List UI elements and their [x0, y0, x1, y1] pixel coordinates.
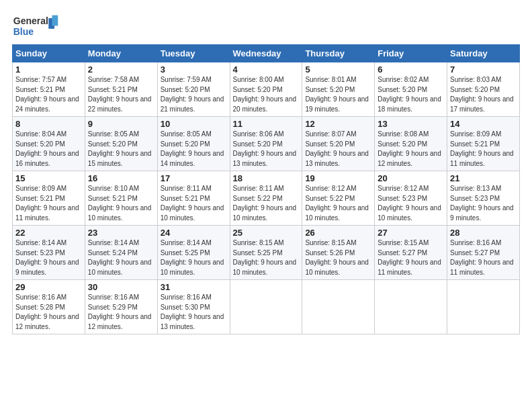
svg-text:Blue: Blue	[13, 26, 34, 37]
calendar-header-sunday: Sunday	[13, 45, 85, 62]
calendar-cell	[447, 280, 520, 334]
day-number: 25	[233, 228, 300, 238]
calendar-header-monday: Monday	[85, 45, 157, 62]
calendar-cell: 24Sunrise: 8:14 AMSunset: 5:25 PMDayligh…	[157, 226, 230, 280]
calendar-cell: 12Sunrise: 8:07 AMSunset: 5:20 PMDayligh…	[302, 117, 375, 171]
day-info: Sunrise: 8:08 AMSunset: 5:20 PMDaylight:…	[378, 130, 441, 167]
calendar-cell: 22Sunrise: 8:14 AMSunset: 5:23 PMDayligh…	[13, 226, 85, 280]
day-number: 20	[378, 173, 444, 183]
day-info: Sunrise: 8:15 AMSunset: 5:27 PMDaylight:…	[378, 239, 441, 276]
calendar-cell	[302, 280, 375, 334]
calendar-cell: 9Sunrise: 8:05 AMSunset: 5:20 PMDaylight…	[85, 117, 157, 171]
day-info: Sunrise: 8:14 AMSunset: 5:24 PMDaylight:…	[88, 239, 152, 276]
day-number: 5	[305, 64, 371, 75]
day-number: 27	[378, 228, 444, 238]
calendar-cell	[375, 280, 447, 334]
calendar-cell: 17Sunrise: 8:11 AMSunset: 5:21 PMDayligh…	[157, 171, 230, 226]
day-number: 1	[15, 64, 82, 75]
day-number: 29	[15, 282, 82, 292]
day-info: Sunrise: 8:15 AMSunset: 5:25 PMDaylight:…	[233, 239, 297, 276]
day-number: 31	[161, 282, 227, 292]
calendar-cell: 28Sunrise: 8:16 AMSunset: 5:27 PMDayligh…	[447, 226, 520, 280]
day-number: 6	[378, 64, 444, 75]
day-info: Sunrise: 8:09 AMSunset: 5:21 PMDaylight:…	[450, 130, 514, 167]
day-info: Sunrise: 8:12 AMSunset: 5:22 PMDaylight:…	[305, 185, 369, 222]
calendar-week-3: 15Sunrise: 8:09 AMSunset: 5:21 PMDayligh…	[13, 171, 520, 226]
svg-marker-3	[52, 15, 58, 26]
calendar-cell	[230, 280, 302, 334]
calendar-week-2: 8Sunrise: 8:04 AMSunset: 5:20 PMDaylight…	[13, 117, 520, 171]
day-number: 22	[15, 228, 82, 238]
calendar-cell: 29Sunrise: 8:16 AMSunset: 5:28 PMDayligh…	[13, 280, 85, 334]
day-info: Sunrise: 8:10 AMSunset: 5:21 PMDaylight:…	[88, 185, 152, 222]
day-number: 3	[161, 64, 227, 75]
day-number: 4	[233, 64, 300, 75]
day-info: Sunrise: 8:11 AMSunset: 5:21 PMDaylight:…	[161, 185, 224, 222]
calendar-cell: 14Sunrise: 8:09 AMSunset: 5:21 PMDayligh…	[447, 117, 520, 171]
calendar-cell: 2Sunrise: 7:58 AMSunset: 5:21 PMDaylight…	[85, 62, 157, 117]
day-info: Sunrise: 8:13 AMSunset: 5:23 PMDaylight:…	[450, 185, 514, 222]
day-number: 17	[161, 173, 227, 183]
calendar-header-tuesday: Tuesday	[157, 45, 230, 62]
calendar-week-1: 1Sunrise: 7:57 AMSunset: 5:21 PMDaylight…	[13, 62, 520, 117]
calendar-header-thursday: Thursday	[302, 45, 375, 62]
day-number: 24	[161, 228, 227, 238]
calendar-cell: 3Sunrise: 7:59 AMSunset: 5:20 PMDaylight…	[157, 62, 230, 117]
day-info: Sunrise: 8:14 AMSunset: 5:25 PMDaylight:…	[161, 239, 224, 276]
day-number: 13	[378, 119, 444, 129]
calendar-cell: 30Sunrise: 8:16 AMSunset: 5:29 PMDayligh…	[85, 280, 157, 334]
day-info: Sunrise: 8:05 AMSunset: 5:20 PMDaylight:…	[161, 130, 224, 167]
calendar-cell: 23Sunrise: 8:14 AMSunset: 5:24 PMDayligh…	[85, 226, 157, 280]
calendar-cell: 4Sunrise: 8:00 AMSunset: 5:20 PMDaylight…	[230, 62, 302, 117]
day-number: 8	[15, 119, 82, 129]
calendar-cell: 21Sunrise: 8:13 AMSunset: 5:23 PMDayligh…	[447, 171, 520, 226]
day-number: 16	[88, 173, 154, 183]
page: General Blue SundayMondayTuesdayWednesda…	[0, 0, 532, 411]
calendar-cell: 26Sunrise: 8:15 AMSunset: 5:26 PMDayligh…	[302, 226, 375, 280]
day-info: Sunrise: 8:01 AMSunset: 5:20 PMDaylight:…	[305, 76, 369, 113]
day-number: 14	[450, 119, 517, 129]
day-info: Sunrise: 8:02 AMSunset: 5:20 PMDaylight:…	[378, 76, 441, 113]
day-info: Sunrise: 7:59 AMSunset: 5:20 PMDaylight:…	[161, 76, 224, 113]
day-info: Sunrise: 8:15 AMSunset: 5:26 PMDaylight:…	[305, 239, 369, 276]
calendar-cell: 27Sunrise: 8:15 AMSunset: 5:27 PMDayligh…	[375, 226, 447, 280]
calendar-cell: 25Sunrise: 8:15 AMSunset: 5:25 PMDayligh…	[230, 226, 302, 280]
calendar-cell: 5Sunrise: 8:01 AMSunset: 5:20 PMDaylight…	[302, 62, 375, 117]
day-number: 11	[233, 119, 300, 129]
calendar-cell: 11Sunrise: 8:06 AMSunset: 5:20 PMDayligh…	[230, 117, 302, 171]
calendar-table: SundayMondayTuesdayWednesdayThursdayFrid…	[12, 44, 520, 334]
day-info: Sunrise: 8:05 AMSunset: 5:20 PMDaylight:…	[88, 130, 152, 167]
day-number: 12	[305, 119, 371, 129]
day-info: Sunrise: 8:07 AMSunset: 5:20 PMDaylight:…	[305, 130, 369, 167]
calendar-header-row: SundayMondayTuesdayWednesdayThursdayFrid…	[13, 45, 520, 62]
calendar-header-wednesday: Wednesday	[230, 45, 302, 62]
day-info: Sunrise: 8:16 AMSunset: 5:27 PMDaylight:…	[450, 239, 514, 276]
calendar-header-saturday: Saturday	[447, 45, 520, 62]
calendar-cell: 13Sunrise: 8:08 AMSunset: 5:20 PMDayligh…	[375, 117, 447, 171]
day-number: 19	[305, 173, 371, 183]
header: General Blue	[12, 12, 520, 39]
day-number: 26	[305, 228, 371, 238]
day-number: 10	[161, 119, 227, 129]
day-info: Sunrise: 8:06 AMSunset: 5:20 PMDaylight:…	[233, 130, 297, 167]
calendar-cell: 15Sunrise: 8:09 AMSunset: 5:21 PMDayligh…	[13, 171, 85, 226]
calendar-cell: 8Sunrise: 8:04 AMSunset: 5:20 PMDaylight…	[13, 117, 85, 171]
day-number: 9	[88, 119, 154, 129]
logo-image: General Blue	[12, 12, 59, 39]
calendar-header-friday: Friday	[375, 45, 447, 62]
calendar-cell: 19Sunrise: 8:12 AMSunset: 5:22 PMDayligh…	[302, 171, 375, 226]
logo: General Blue	[12, 12, 59, 39]
day-number: 7	[450, 64, 517, 75]
calendar-cell: 10Sunrise: 8:05 AMSunset: 5:20 PMDayligh…	[157, 117, 230, 171]
day-info: Sunrise: 7:58 AMSunset: 5:21 PMDaylight:…	[88, 76, 152, 113]
day-info: Sunrise: 8:14 AMSunset: 5:23 PMDaylight:…	[15, 239, 79, 276]
day-number: 30	[88, 282, 154, 292]
day-number: 2	[88, 64, 154, 75]
calendar-cell: 18Sunrise: 8:11 AMSunset: 5:22 PMDayligh…	[230, 171, 302, 226]
calendar-cell: 1Sunrise: 7:57 AMSunset: 5:21 PMDaylight…	[13, 62, 85, 117]
calendar-cell: 7Sunrise: 8:03 AMSunset: 5:20 PMDaylight…	[447, 62, 520, 117]
day-info: Sunrise: 8:09 AMSunset: 5:21 PMDaylight:…	[15, 185, 79, 222]
calendar-cell: 31Sunrise: 8:16 AMSunset: 5:30 PMDayligh…	[157, 280, 230, 334]
day-number: 28	[450, 228, 517, 238]
day-info: Sunrise: 8:04 AMSunset: 5:20 PMDaylight:…	[15, 130, 79, 167]
